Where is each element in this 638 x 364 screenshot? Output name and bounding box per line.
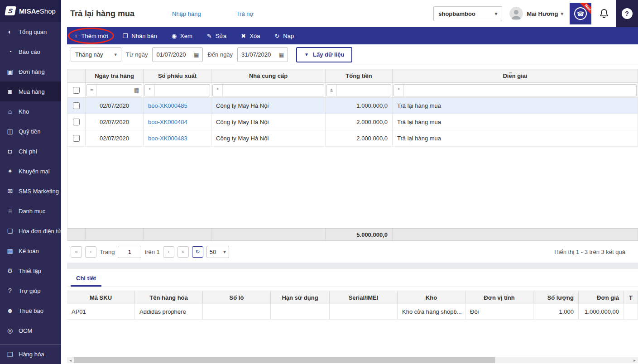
column-header-voucher-no[interactable]: Số phiếu xuất: [144, 69, 211, 82]
user-menu[interactable]: Mai Hương ▾: [527, 10, 563, 17]
support-phone-button[interactable]: ☎ New: [570, 3, 591, 24]
detail-cell-qty: 1,000: [533, 304, 579, 319]
button-label: Nạp: [283, 33, 294, 39]
duplicate-button[interactable]: ❐Nhân bản: [115, 27, 164, 44]
store-selector[interactable]: shopbamboo ▾: [433, 6, 502, 21]
total-filter-input[interactable]: [337, 85, 391, 96]
sidebar-item-expenses[interactable]: ◘Chi phí: [0, 141, 61, 161]
detail-column-header-warehouse[interactable]: Kho: [398, 291, 465, 304]
description-filter-operator[interactable]: *: [394, 85, 404, 96]
sidebar-item-help[interactable]: ?Trợ giúp: [0, 281, 61, 301]
top-header: Trả lại hàng mua Nhập hàng Trả nợ shopba…: [61, 0, 638, 27]
help-button[interactable]: ?: [616, 0, 638, 27]
load-data-button[interactable]: ▼ Lấy dữ liệu: [296, 47, 352, 62]
sidebar-item-goods[interactable]: ❒Hàng hóa: [0, 344, 61, 364]
tab-chi-tiet[interactable]: Chi tiết: [71, 271, 101, 287]
sidebar-item-warehouse[interactable]: ⌂Kho: [0, 101, 61, 121]
reload-button[interactable]: ↻Nạp: [267, 27, 301, 44]
scroll-right-button[interactable]: ▸: [631, 357, 638, 363]
detail-column-header-rest[interactable]: T: [624, 291, 638, 304]
sidebar-item-subscription[interactable]: ☻Thuê bao: [0, 301, 61, 321]
sidebar-item-purchasing[interactable]: ◙Mua hàng: [0, 81, 61, 101]
select-all-checkbox[interactable]: [73, 87, 80, 94]
detail-cell-sku: AP01: [67, 304, 135, 319]
page-size-select[interactable]: 50 ▾: [206, 246, 229, 258]
first-page-button[interactable]: «: [71, 246, 82, 258]
detail-column-header-unit[interactable]: Đơn vị tính: [465, 291, 533, 304]
detail-column-header-lot[interactable]: Số lô: [203, 291, 271, 304]
main-area: Trả lại hàng mua Nhập hàng Trả nợ shopba…: [61, 0, 638, 364]
scroll-left-icon: ◂: [69, 358, 72, 363]
sidebar-item-label: Kế toán: [19, 248, 39, 254]
sidebar-item-reports[interactable]: ◔Báo cáo: [0, 42, 61, 62]
sidebar-item-orders[interactable]: ▣Đơn hàng: [0, 62, 61, 81]
detail-column-header-price[interactable]: Đơn giá: [579, 291, 624, 304]
to-date-input[interactable]: 31/07/2020 ▦: [237, 47, 288, 62]
scroll-left-button[interactable]: ◂: [67, 357, 74, 363]
voucher-filter-input[interactable]: [155, 85, 210, 96]
column-header-return-date[interactable]: Ngày trả hàng: [86, 69, 144, 82]
next-page-button[interactable]: ›: [163, 246, 174, 258]
button-label: Xem: [180, 33, 192, 39]
cell-return-date: 02/07/2020: [86, 130, 144, 146]
column-header-supplier[interactable]: Nhà cung cấp: [211, 69, 326, 82]
app-logo[interactable]: S MISAeShop: [0, 0, 61, 22]
detail-column-header-name[interactable]: Tên hàng hóa: [135, 291, 203, 304]
detail-column-header-sku[interactable]: Mã SKU: [67, 291, 135, 304]
edit-button[interactable]: ✎Sửa: [200, 27, 234, 44]
row-checkbox[interactable]: [73, 135, 80, 142]
horizontal-scrollbar: ◂ ▸: [67, 357, 638, 363]
row-checkbox[interactable]: [73, 119, 80, 125]
delete-button[interactable]: ✖Xóa: [234, 27, 267, 44]
sidebar-item-accounting[interactable]: ▦Kế toán: [0, 241, 61, 261]
avatar[interactable]: [509, 7, 523, 20]
detail-column-header-qty[interactable]: Số lượng: [533, 291, 579, 304]
date-filter-operator[interactable]: =: [87, 85, 97, 96]
voucher-link[interactable]: boo-XK000485: [148, 102, 187, 109]
detail-column-header-expiry[interactable]: Hạn sử dụng: [271, 291, 330, 304]
scrollbar-thumb[interactable]: [74, 357, 495, 363]
view-button[interactable]: ◉Xem: [164, 27, 200, 44]
last-page-button[interactable]: »: [177, 246, 189, 258]
user-name: Mai Hương: [527, 10, 558, 17]
sidebar-item-categories[interactable]: ≡Danh mục: [0, 201, 61, 221]
button-label: Nhân bản: [131, 33, 157, 39]
table-row: 02/07/2020boo-XK000484Công ty May Hà Nội…: [67, 114, 638, 130]
cell-total: 2.000.000,0: [326, 114, 393, 130]
sidebar-item-overview[interactable]: ◐Tổng quan: [0, 22, 61, 42]
sidebar-item-promotions[interactable]: ✦Khuyến mại: [0, 161, 61, 181]
detail-column-header-serial[interactable]: Serial/IMEI: [330, 291, 398, 304]
nav-link-tra-no[interactable]: Trả nợ: [236, 10, 254, 17]
date-filter-input[interactable]: [97, 85, 134, 96]
scrollbar-track[interactable]: [74, 357, 631, 363]
supplier-filter-operator[interactable]: *: [213, 85, 223, 96]
row-checkbox[interactable]: [73, 102, 80, 109]
total-filter-operator[interactable]: ≤: [327, 85, 337, 96]
calendar-icon[interactable]: ▦: [134, 87, 142, 93]
period-select[interactable]: Tháng này ▾: [71, 47, 121, 62]
voucher-link[interactable]: boo-XK000483: [148, 135, 187, 142]
from-date-input[interactable]: 01/07/2020 ▦: [152, 47, 203, 62]
nav-link-nhap-hang[interactable]: Nhập hàng: [172, 10, 201, 17]
prev-page-button[interactable]: ‹: [85, 246, 96, 258]
cell-description: Trả lại hàng mua: [393, 114, 638, 130]
sidebar-item-settings[interactable]: ⚙Thiết lập: [0, 261, 61, 281]
sidebar-item-e-invoice[interactable]: ❏Hóa đơn điện tử: [0, 221, 61, 241]
supplier-filter-input[interactable]: [223, 85, 324, 96]
sidebar-item-label: Chi phí: [19, 148, 37, 155]
voucher-filter-operator[interactable]: *: [145, 85, 155, 96]
notifications-button[interactable]: [600, 9, 609, 19]
sidebar-item-sms-marketing[interactable]: ✉SMS Marketing: [0, 181, 61, 201]
refresh-grid-button[interactable]: ↻: [192, 246, 203, 258]
einvoice-icon: ❏: [5, 227, 14, 235]
sidebar-item-label: Trợ giúp: [19, 287, 41, 294]
column-header-description[interactable]: Diễn giải: [393, 69, 638, 82]
description-filter-input[interactable]: [404, 85, 636, 96]
sidebar-item-ocm[interactable]: ◎OCM: [0, 321, 61, 340]
page-input[interactable]: [118, 246, 141, 258]
column-header-total[interactable]: Tổng tiền: [326, 69, 393, 82]
sidebar-item-cash[interactable]: ◫Quỹ tiền: [0, 121, 61, 141]
table-empty-area: [67, 147, 638, 228]
add-button[interactable]: +Thêm mới: [67, 27, 115, 44]
voucher-link[interactable]: boo-XK000484: [148, 119, 187, 125]
